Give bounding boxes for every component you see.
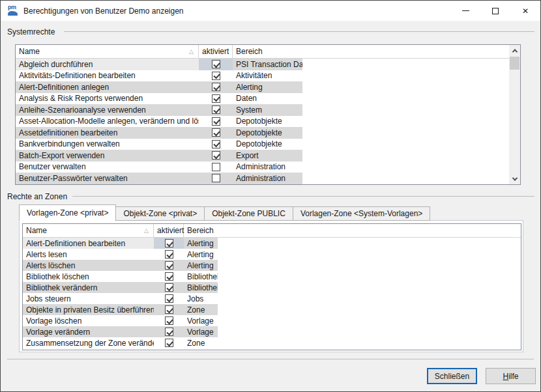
permission-name: Asset-Allocation-Modelle anlegen, veränd…	[16, 116, 199, 128]
table-row[interactable]: Bibliothek verändern Bibliothek	[23, 282, 218, 293]
footer-divider	[7, 359, 534, 359]
bereich-value: Vorlage	[184, 315, 218, 326]
aktiviert-checkbox[interactable]	[165, 261, 173, 270]
table-row[interactable]: Anleihe-Szenarioanalyse verwenden System	[16, 104, 302, 116]
zone-tabs: Vorlagen-Zone <privat> Objekt-Zone <priv…	[19, 204, 430, 221]
table-row[interactable]: Benutzer-Passwörter verwalten Administra…	[16, 173, 302, 184]
close-dialog-button[interactable]: Schließen	[427, 368, 477, 384]
table-row[interactable]: Alerts lesen Alerting	[23, 249, 218, 260]
permission-name: Objekte in privaten Besitz überführen	[23, 304, 154, 315]
table-row[interactable]	[16, 184, 302, 185]
close-button[interactable]: ✕	[510, 1, 540, 21]
column-header-name[interactable]: Name △	[23, 224, 154, 237]
aktiviert-checkbox[interactable]	[165, 305, 173, 314]
aktiviert-checkbox[interactable]	[212, 140, 220, 148]
zone-tab[interactable]: Objekt-Zone <privat>	[116, 206, 205, 221]
bereich-value	[233, 184, 302, 185]
aktiviert-checkbox[interactable]	[212, 105, 220, 114]
table-row[interactable]: Aktitvitäts-Definitionen bearbeiten Akti…	[16, 70, 302, 82]
aktiviert-checkbox[interactable]	[212, 151, 220, 160]
scroll-up-button[interactable]	[509, 45, 520, 56]
table-row[interactable]: Objekte in privaten Besitz überführen Zo…	[23, 304, 218, 315]
aktiviert-checkbox[interactable]	[165, 272, 173, 281]
maximize-icon	[492, 8, 499, 14]
aktiviert-cell	[199, 184, 233, 185]
aktiviert-checkbox[interactable]	[165, 283, 173, 292]
aktiviert-cell	[199, 150, 233, 161]
zone-tab[interactable]: Vorlagen-Zone <System-Vorlagen>	[293, 206, 430, 221]
scroll-down-button[interactable]	[509, 173, 520, 184]
table-row[interactable]: Alert-Definitionen bearbeiten Alerting	[23, 238, 218, 249]
minimize-button[interactable]	[450, 1, 480, 21]
aktiviert-cell	[199, 70, 233, 82]
bereich-value: Aktivitäten	[233, 70, 302, 82]
table-row[interactable]: Batch-Export verwenden Export	[16, 150, 302, 161]
table-row[interactable]: Alert-Definitionen anlegen Alerting	[16, 81, 302, 93]
aktiviert-checkbox[interactable]	[165, 250, 173, 259]
table-row[interactable]: Assetdefinitionen bearbeiten Depotobjekt…	[16, 127, 302, 139]
aktiviert-cell	[199, 116, 233, 128]
aktiviert-checkbox[interactable]	[165, 239, 173, 247]
column-header-aktiviert[interactable]: aktiviert	[199, 45, 233, 58]
aktiviert-cell	[199, 59, 233, 70]
vertical-scrollbar[interactable]	[509, 45, 520, 184]
table-row[interactable]: Asset-Allocation-Modelle anlegen, veränd…	[16, 116, 302, 128]
bereich-value: Administration	[233, 173, 302, 184]
systemrechte-group-line	[64, 31, 534, 32]
aktiviert-checkbox[interactable]	[212, 60, 220, 68]
help-button[interactable]: Hilfe	[486, 368, 536, 384]
aktiviert-checkbox[interactable]	[212, 174, 220, 182]
aktiviert-checkbox[interactable]	[212, 94, 220, 103]
bereich-value: Daten	[233, 93, 302, 105]
column-header-bereich[interactable]: Bereich	[184, 224, 521, 237]
table-row[interactable]: Analysis & Risk Reports verwenden Daten	[16, 93, 302, 105]
app-icon-text: pm	[8, 4, 16, 10]
bereich-value: Bibliothek	[184, 271, 218, 282]
zonen-group-line	[72, 196, 534, 197]
table-row[interactable]: Alerts löschen Alerting	[23, 260, 218, 271]
aktiviert-cell	[199, 104, 233, 116]
column-header-bereich[interactable]: Bereich	[233, 45, 509, 58]
table-row[interactable]: Zusammensetzung der Zone verändern Zone	[23, 337, 218, 348]
minimize-icon	[462, 10, 469, 11]
window-controls: ✕	[450, 1, 540, 21]
column-header-aktiviert[interactable]: aktiviert	[154, 224, 184, 237]
bereich-value: Alerting	[184, 249, 218, 260]
bereich-value: Depotobjekte	[233, 139, 302, 150]
table-row[interactable]: Jobs steuern Jobs	[23, 293, 218, 304]
dialog-window: pm Berechtigungen von Benutzer Demo anze…	[0, 0, 541, 392]
aktiviert-cell	[199, 173, 233, 184]
aktiviert-checkbox[interactable]	[212, 72, 220, 80]
close-icon: ✕	[522, 7, 529, 15]
aktiviert-cell	[154, 282, 184, 293]
zone-tab[interactable]: Objekt-Zone PUBLIC	[205, 206, 293, 221]
zone-tab[interactable]: Vorlagen-Zone <privat>	[19, 204, 116, 221]
permission-name: Bibliothek löschen	[23, 271, 154, 282]
scrollbar-thumb[interactable]	[510, 57, 519, 70]
maximize-button[interactable]	[480, 1, 510, 21]
aktiviert-cell	[199, 139, 233, 150]
aktiviert-checkbox[interactable]	[212, 117, 220, 126]
aktiviert-checkbox[interactable]	[165, 328, 173, 336]
column-header-name[interactable]: Name △	[16, 45, 199, 58]
bereich-value: Alerting	[184, 238, 218, 249]
aktiviert-checkbox[interactable]	[212, 83, 220, 91]
aktiviert-checkbox[interactable]	[212, 163, 220, 171]
aktiviert-cell	[154, 260, 184, 271]
table-row[interactable]: Bibliothek löschen Bibliothek	[23, 271, 218, 282]
bereich-value: Zone	[184, 337, 218, 348]
table-row[interactable]: Bankverbindungen verwalten Depotobjekte	[16, 139, 302, 150]
aktiviert-checkbox[interactable]	[165, 294, 173, 303]
table-row[interactable]: Abgleich durchführen PSI Transaction Dat…	[16, 59, 302, 70]
permission-name: Abgleich durchführen	[16, 59, 199, 70]
table-row[interactable]: Benutzer verwalten Administration	[16, 161, 302, 173]
chevron-down-icon	[512, 175, 517, 180]
aktiviert-checkbox[interactable]	[212, 128, 220, 137]
table-row[interactable]: Vorlage verändern Vorlage	[23, 326, 218, 337]
aktiviert-checkbox[interactable]	[165, 339, 173, 347]
bereich-value: Depotobjekte	[233, 116, 302, 128]
aktiviert-checkbox[interactable]	[165, 316, 173, 325]
permission-name: Jobs steuern	[23, 293, 154, 304]
table-row[interactable]: Vorlage löschen Vorlage	[23, 315, 218, 326]
permission-name: Alert-Definitionen bearbeiten	[23, 238, 154, 249]
